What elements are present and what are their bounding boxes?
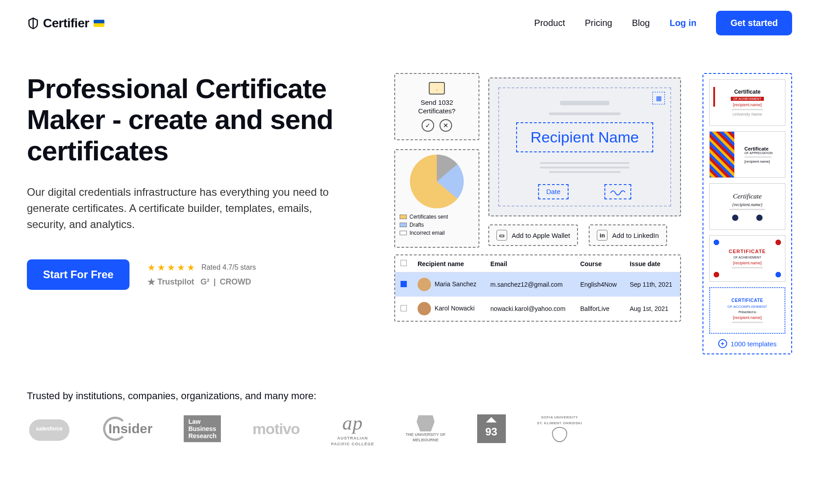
send-prompt-card: Send 1032 Certificates? ✓ ✕ [394, 73, 479, 140]
apple-wallet-chip[interactable]: ▭ Add to Apple Wallet [488, 224, 578, 246]
analytics-card: Certificates sent Drafts Incorrect email [394, 149, 479, 248]
legend-sent: Certificates sent [410, 214, 448, 220]
nav-blog[interactable]: Blog [632, 18, 650, 28]
template-thumbnail[interactable]: Certificate OF APPRECIATION [recipient.n… [709, 131, 785, 178]
plus-icon: + [718, 339, 727, 348]
rating-text: Rated 4.7/5 stars [201, 263, 256, 271]
col-name: Recipient name [412, 255, 485, 272]
table-row[interactable]: Maria Sanchez m.sanchez12@gmail.com Engl… [395, 272, 680, 297]
qr-icon: ▦ [652, 92, 665, 104]
logo-area: Certifier [27, 16, 104, 30]
g2crowd-logo: G² | CROWD [200, 277, 251, 287]
certificate-preview: ▦ Recipient Name Date [488, 78, 681, 216]
insider-logo: Insider [103, 415, 152, 442]
checkbox-icon[interactable] [401, 305, 407, 311]
more-templates-link[interactable]: + 1000 templates [718, 339, 777, 348]
linkedin-icon: in [597, 230, 608, 241]
lbr-logo: LawBusinessResearch [184, 415, 221, 442]
cancel-icon[interactable]: ✕ [440, 119, 452, 132]
integration-row: ▭ Add to Apple Wallet in Add to LinkedIn [488, 224, 667, 246]
checkbox-checked-icon[interactable] [401, 281, 407, 287]
table-row[interactable]: Karol Nowacki nowacki.karol@yahoo.com Ba… [395, 297, 680, 321]
start-free-button[interactable]: Start For Free [27, 259, 129, 290]
mail-icon [429, 82, 445, 95]
template-thumbnail[interactable]: Certificate {recipient.name} [709, 183, 785, 230]
star-icon: ★ [177, 262, 185, 273]
avatar-icon [418, 278, 431, 291]
page-subtitle: Our digital credentials infrastructure h… [27, 184, 332, 233]
col-email: Email [485, 255, 575, 272]
motivo-logo: motivo [252, 415, 299, 442]
template-thumbnail[interactable]: Certificate OF ACHIEVEMENT [recipient.na… [709, 79, 785, 126]
confirm-icon[interactable]: ✓ [422, 119, 434, 132]
legend-error: Incorrect email [410, 230, 445, 236]
template-thumbnail[interactable]: CERTIFICATE OF ACHIEVEMENT [recipient.na… [709, 235, 785, 282]
sofia-logo: SOFIA UNIVERSITYST. KLIMENT OHRIDSKI [537, 415, 582, 442]
pie-chart-icon [410, 155, 464, 208]
nav-login[interactable]: Log in [669, 18, 696, 28]
star-icon: ★ [187, 262, 195, 273]
apc-logo: apAUSTRALIANPACIFIC COLLEGE [331, 415, 374, 442]
shield-logo-icon [27, 17, 39, 30]
star-icon: ★ [157, 262, 165, 273]
avatar-icon [418, 302, 431, 315]
checkbox-icon[interactable] [401, 260, 407, 266]
templates-panel: Certificate OF ACHIEVEMENT [recipient.na… [703, 73, 792, 354]
get-started-button[interactable]: Get started [716, 11, 792, 35]
recipient-name-field: Recipient Name [516, 122, 653, 152]
signature-field [604, 184, 631, 199]
linkedin-chip[interactable]: in Add to LinkedIn [589, 224, 667, 246]
col-course: Course [575, 255, 625, 272]
partner-logos: Insider LawBusinessResearch motivo apAUS… [27, 414, 792, 443]
date-field: Date [538, 184, 569, 199]
col-issue: Issue date [625, 255, 681, 272]
star-icon: ★ [167, 262, 175, 273]
hero-illustration: Send 1032 Certificates? ✓ ✕ Certificates… [394, 73, 692, 354]
page-title: Professional Certificate Maker - create … [27, 73, 376, 166]
template-thumbnail[interactable]: CERTIFICATE OF ACCOMPLISHMENT Presented … [709, 287, 785, 334]
trusted-heading: Trusted by institutions, companies, orga… [27, 390, 792, 402]
send-prompt-text: Send 1032 Certificates? [418, 98, 455, 116]
wallet-icon: ▭ [496, 230, 507, 241]
ukraine-flag-icon [94, 20, 104, 27]
brand-name: Certifier [43, 16, 89, 30]
trustpilot-logo: ★Trustpilot [147, 276, 194, 287]
nav-product[interactable]: Product [534, 18, 565, 28]
nav-pricing[interactable]: Pricing [585, 18, 612, 28]
star-icon: ★ [147, 262, 155, 273]
melbourne-logo: THE UNIVERSITY OFMELBOURNE [405, 415, 445, 442]
recipients-table: Recipient name Email Course Issue date M… [394, 254, 681, 322]
93-logo: 93 [477, 414, 506, 443]
legend-drafts: Drafts [410, 222, 424, 228]
rating-block: ★ ★ ★ ★ ★ Rated 4.7/5 stars ★Trustpilot … [147, 262, 256, 287]
brand-logo[interactable]: Certifier [27, 16, 89, 30]
salesforce-logo [27, 415, 72, 442]
main-nav: Product Pricing Blog Log in Get started [534, 11, 792, 35]
